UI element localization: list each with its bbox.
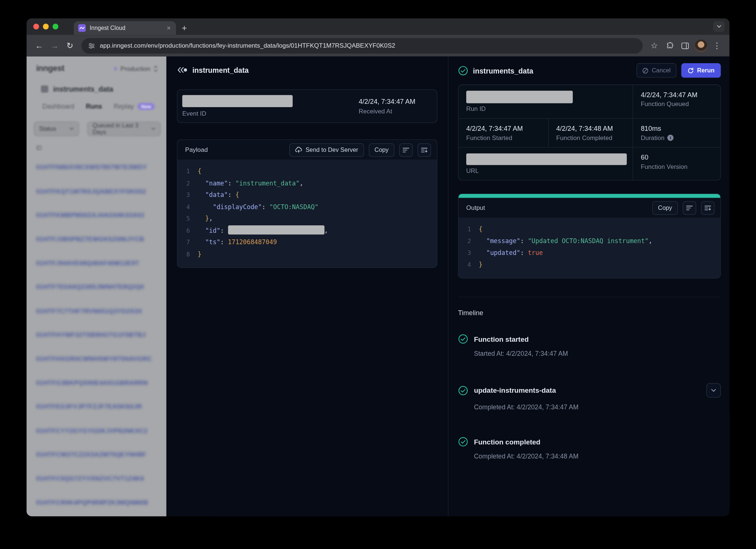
expand-step-button[interactable] <box>706 383 721 398</box>
copy-label: Copy <box>375 146 389 153</box>
chevron-down-icon <box>151 127 155 130</box>
date-range-filter[interactable]: Queued in Last 3 Days <box>87 122 161 136</box>
side-panel-icon[interactable] <box>677 38 693 54</box>
sidebar-function-name: instruments_data <box>53 85 113 93</box>
run-id-item[interactable]: 01HTFCR9K4PQP0R8PZK3MQNM0B <box>27 490 166 514</box>
run-title: instruments_data <box>473 67 533 75</box>
rerun-icon <box>687 67 694 74</box>
back-button[interactable]: ← <box>31 38 47 54</box>
run-id-item[interactable]: 01HTFCYY2GYGYGDKJVP82NKXC2 <box>27 419 166 443</box>
rerun-button[interactable]: Rerun <box>681 63 721 78</box>
reload-button[interactable]: ↻ <box>62 38 78 54</box>
cancel-label: Cancel <box>652 67 671 74</box>
run-info-card: Run ID 4/2/24, 7:34:47 AM Function Queue… <box>458 85 721 181</box>
run-id-item[interactable]: 01HTFC5QG7ZYVXNZVC7VT1Z4K6 <box>27 467 166 491</box>
timeline-item: Function started Started At: 4/2/2024, 7… <box>458 334 721 357</box>
cancel-button[interactable]: Cancel <box>636 63 676 78</box>
run-id-item[interactable]: 01HTF7E0A6Q238SJWNH7E8Q2Q0 <box>27 275 166 299</box>
function-icon <box>41 85 48 93</box>
environment-status-dot <box>114 67 117 70</box>
timeline-item-subtitle: Completed At: 4/2/2024, 7:34:47 AM <box>474 403 721 411</box>
run-id-item[interactable]: 01HTFG3BKPQS90E4A91GBRARRN <box>27 371 166 395</box>
new-tab-button[interactable]: + <box>182 24 187 33</box>
run-id-item[interactable]: 01HTFJ3B5PBZ7EWGK5Z086JYCB <box>27 227 166 251</box>
window-minimize-button[interactable] <box>43 24 49 30</box>
timeline-item-title: Function started <box>474 335 529 343</box>
output-copy-button[interactable]: Copy <box>652 201 678 215</box>
run-id-item[interactable]: 01HTFHXGR0CWNHSWY8T5NAVGRC <box>27 347 166 371</box>
profile-avatar[interactable] <box>695 39 707 52</box>
bookmark-star-icon[interactable]: ☆ <box>647 38 662 54</box>
event-id-card: Event ID 4/2/24, 7:34:47 AM Received At <box>177 89 437 123</box>
step-completed-icon <box>458 437 468 447</box>
output-card: Output Copy 1{2 "message": "Updated OCTO… <box>458 194 721 279</box>
tab-dashboard[interactable]: Dashboard <box>42 103 74 110</box>
code-line: 1{ <box>458 224 720 235</box>
url-text: app.inngest.com/env/production/functions… <box>100 42 395 50</box>
run-id-item[interactable]: 01HTFKMBPM00ZAJ4AG04K03A02 <box>27 203 166 227</box>
payload-copy-button[interactable]: Copy <box>369 143 394 157</box>
inngest-logo[interactable]: inngest <box>36 64 64 73</box>
inngest-favicon-icon <box>78 24 86 32</box>
function-version-value: 60 <box>641 153 712 161</box>
redacted-url <box>466 153 627 165</box>
event-details-panel: instrument_data Event ID 4/2/24, 7:34:47… <box>166 57 449 516</box>
environment-selector[interactable]: Production <box>114 65 158 72</box>
chevron-down-icon <box>69 127 74 130</box>
inngest-app: inngest Production instruments_data Dash… <box>27 57 729 516</box>
output-wrap-lines-button[interactable] <box>683 201 696 215</box>
wrap-lines-icon <box>403 147 409 153</box>
timeline-section: Timeline Function started Started At: 4/… <box>458 297 721 460</box>
duration-value: 810ms <box>641 125 713 132</box>
code-line: 4} <box>458 259 720 271</box>
runs-sidebar: inngest Production instruments_data Dash… <box>27 57 166 516</box>
run-id-item[interactable]: 01HTFCW27CZ2X3AZM75QEYNH8F <box>27 443 166 467</box>
expand-view-button[interactable] <box>417 143 431 157</box>
window-close-button[interactable] <box>33 24 39 30</box>
output-code: 1{2 "message": "Updated OCTO:NASDAQ inst… <box>458 218 720 278</box>
browser-tab-strip: Inngest Cloud × + <box>27 18 729 35</box>
timeline-item-subtitle: Started At: 4/2/2024, 7:34:47 AM <box>474 350 721 357</box>
scroll-to-bottom-icon <box>421 147 427 153</box>
redacted-value <box>228 225 324 234</box>
code-line: 3 "data": { <box>178 189 437 201</box>
run-id-item[interactable]: 01HTFJ944VE08Q48AF40M13E9T <box>27 251 166 275</box>
timeline-item-subtitle: Completed At: 4/2/2024, 7:34:48 AM <box>474 453 721 460</box>
function-completed-label: Function Completed <box>556 134 625 141</box>
environment-name: Production <box>120 65 150 72</box>
tab-close-icon[interactable]: × <box>166 25 172 31</box>
tab-search-button[interactable] <box>713 21 725 32</box>
run-id-item[interactable]: 01HTFN86XV8CXWS7857W7E3WDY <box>27 156 166 180</box>
timeline-item-title: Function completed <box>474 438 540 446</box>
timeline-heading: Timeline <box>458 309 721 317</box>
received-at-label: Received At <box>359 108 432 115</box>
site-info-icon[interactable] <box>88 43 95 49</box>
send-to-dev-server-button[interactable]: Send to Dev Server <box>289 143 364 157</box>
output-expand-view-button[interactable] <box>701 201 715 215</box>
browser-tab[interactable]: Inngest Cloud × <box>74 21 176 35</box>
address-bar[interactable]: app.inngest.com/env/production/functions… <box>82 38 643 54</box>
tab-replay[interactable]: Replay New <box>114 103 155 110</box>
browser-menu-icon[interactable]: ⋮ <box>709 38 725 54</box>
extensions-icon[interactable] <box>662 38 677 54</box>
payload-card: Payload Send to Dev Server Copy <box>177 139 437 267</box>
rerun-label: Rerun <box>697 67 714 74</box>
code-line: 7 "ts": 1712068487049 <box>178 236 437 248</box>
window-controls <box>27 18 65 35</box>
tab-title: Inngest Cloud <box>90 25 162 31</box>
redacted-event-id <box>182 95 293 107</box>
wrap-lines-button[interactable] <box>399 143 413 157</box>
run-id-item[interactable]: 01HTFHYWF32TSB9HGTG1F5BTBJ <box>27 323 166 347</box>
tab-runs[interactable]: Runs <box>86 103 102 110</box>
window-zoom-button[interactable] <box>52 24 58 30</box>
duration-label: Duration <box>641 134 664 141</box>
run-id-item[interactable]: 01HTFEG3FVJP7FZJF7EA5KN3JR <box>27 395 166 419</box>
payload-title: Payload <box>185 146 208 154</box>
wrap-lines-icon <box>686 205 693 211</box>
payload-code: 1{2 "name": "instrument_data",3 "data": … <box>178 160 437 267</box>
duration-info-icon[interactable]: i <box>667 134 674 141</box>
forward-button[interactable]: → <box>47 38 62 54</box>
run-id-item[interactable]: 01HTFKQT1M7RSJQABEXYF0K0S2 <box>27 179 166 203</box>
run-id-item[interactable]: 01HTF7C7THF7RVN051Q3YD2S3X <box>27 299 166 323</box>
status-filter[interactable]: Status <box>34 122 79 136</box>
